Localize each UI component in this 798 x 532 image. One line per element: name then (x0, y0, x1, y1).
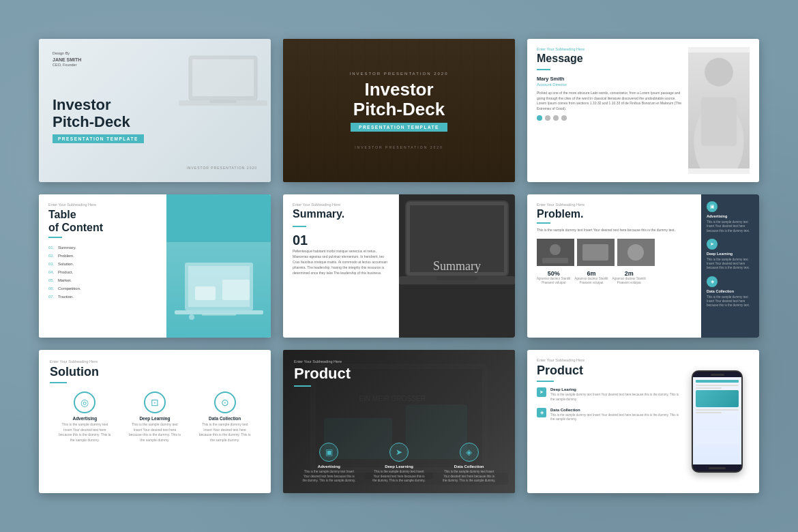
slide6-right-sidebar: ▣ Advertising This is the sample dummy t… (701, 194, 759, 338)
slide6-left: Enter Your Subheading Here Problem. This… (527, 194, 701, 338)
laptop-decoration (179, 49, 267, 110)
slide3-person-role: Account Director (537, 83, 683, 87)
desk-svg (175, 252, 263, 327)
screen-bar-1 (696, 380, 739, 383)
phone-screen (693, 377, 741, 464)
img-thumb-1-svg (537, 239, 574, 266)
svg-rect-20 (542, 258, 568, 263)
phone-screen-content (693, 377, 741, 464)
toc-item-6: 06. Competition. (48, 284, 157, 293)
prod-data-collection-title: Data Collection (442, 464, 497, 469)
social-icon-2 (545, 115, 550, 121)
svg-rect-1 (192, 59, 254, 96)
prod9-deep-learning-text: This is the sample dummy text Insert You… (550, 393, 679, 402)
slide6-stat-3: 2m Agramso dacteur StantlitPraesent volu… (612, 270, 646, 286)
slide5-number: 01 (293, 233, 389, 248)
slide3-photo (688, 47, 750, 174)
social-icon-1 (537, 115, 542, 121)
slide5-body: Pellentesque habitant morbi tristique se… (293, 248, 389, 276)
social-icon-3 (553, 115, 559, 121)
svg-point-19 (550, 244, 561, 255)
slide-8-product-dark: EIN MEIR GROSSER Enter Your Subheading H… (283, 350, 515, 493)
slide6-sublabel: Enter Your Subheading Here (537, 203, 692, 207)
slide-5-summary: Enter Your Subheading Here Summary. 01 P… (283, 194, 515, 338)
slide5-divider (293, 226, 306, 227)
slide6-img-3 (617, 239, 655, 266)
slide5-signature: Summary (433, 259, 481, 274)
svg-point-4 (705, 58, 733, 87)
sol-advertising-text: This is the sample dummy text Insert You… (57, 422, 112, 443)
slide8-sublabel: Enter Your Subheading Here (294, 359, 504, 364)
slide6-stat-1: 50% Agramso dacteur StantlitPraesent vol… (537, 270, 570, 286)
svg-rect-12 (195, 286, 216, 300)
svg-rect-3 (209, 100, 237, 103)
slide3-social-icons (537, 115, 683, 121)
slide6-stat-2: 6m Agramso dacteur StantlitPraesent volu… (574, 270, 608, 286)
stat-label-3: Agramso dacteur StantlitPraesent volutpa… (612, 277, 646, 286)
advertising-title: Advertising (707, 214, 754, 218)
slide9-sublabel: Enter Your Subheading Here (537, 358, 679, 362)
slide6-body: This is the sample dummy text Insert You… (537, 228, 692, 233)
deep-learning-title: Deep Learning (707, 252, 754, 256)
advertising-text: This is the sample dummy text Insert You… (707, 220, 754, 233)
prod9-data-collection-text: This is the sample dummy text Insert You… (550, 413, 679, 423)
screen-card-2 (696, 430, 739, 444)
sol-advertising-icon: ◎ (74, 391, 95, 413)
data-collection-text: This is the sample dummy text Insert You… (707, 295, 754, 308)
screen-image-block (696, 390, 739, 407)
advertising-icon: ▣ (707, 201, 718, 212)
svg-rect-22 (582, 244, 608, 261)
slide2-top-label: INVESTOR PRESENTATION 2020 (349, 72, 448, 76)
prod-advertising-icon: ▣ (319, 443, 338, 462)
phone-top-bar (693, 372, 741, 377)
product9-data-collection: ◈ Data Collection This is the sample dum… (537, 408, 679, 423)
slide4-right-panel (166, 194, 271, 338)
slide9-items: ➤ Deep Learing This is the sample dummy … (537, 387, 679, 422)
prod-advertising-title: Advertising (301, 464, 356, 469)
social-icon-4 (561, 115, 567, 121)
slide4-divider (48, 237, 62, 238)
sidebar-item-advertising: ▣ Advertising This is the sample dummy t… (707, 201, 754, 233)
slide4-sublabel: Enter Your Subheading Here (48, 203, 157, 207)
product-item-data-collection: ◈ Data Collection This is the sample dum… (442, 443, 497, 484)
slide5-left: Enter Your Subheading Here Summary. 01 P… (283, 194, 399, 338)
slide4-image (166, 242, 271, 338)
product9-deep-learning: ➤ Deep Learing This is the sample dummy … (537, 387, 679, 402)
slide8-content: Enter Your Subheading Here Product ▣ Adv… (283, 350, 515, 493)
slide8-items: ▣ Advertising This is the sample dummy t… (294, 443, 504, 484)
slide3-person-name: Mary Smith (537, 76, 683, 82)
sol-data-collection-icon: ⊙ (214, 391, 236, 413)
slide5-title: Summary. (293, 208, 389, 220)
prod9-deep-learning-title: Deep Learing (550, 387, 679, 391)
prod-deep-learning-text: This is the sample dummy text Insert You… (372, 470, 426, 484)
slide5-right: Summary (399, 194, 515, 338)
slide3-divider (537, 69, 550, 70)
slide1-bottom: INVESTOR PRESENTATION 2020 (53, 166, 257, 170)
slide2-bottom: INVESTOR PRESENTATION 2020 (355, 145, 443, 149)
slide7-sublabel: Enter Your Subheading Here (50, 359, 260, 364)
solution-item-data-collection: ⊙ Data Collection This is the sample dum… (198, 391, 252, 443)
toc-item-2: 02. Problem. (48, 252, 157, 260)
img-thumb-2-svg (577, 239, 615, 266)
data-collection-icon: ◈ (707, 276, 718, 287)
slide9-title: Product (537, 364, 679, 378)
sol-deep-learning-text: This is the sample dummy text Insert You… (128, 422, 182, 443)
prod-deep-learning-icon: ➤ (389, 443, 409, 462)
deep-learning-text: This is the sample dummy text Insert You… (707, 258, 754, 271)
toc-item-1: 01. Summary. (48, 243, 157, 252)
prod9-data-collection-content: Data Collection This is the sample dummy… (550, 408, 679, 423)
stat-label-2: Agramso dacteur StantlitPraesent volutpa… (574, 277, 608, 286)
slide1-subtitle: PRESENTATION TEMPLATE (53, 134, 144, 143)
screen-card-1 (696, 415, 739, 428)
stat-num-2: 6m (574, 270, 608, 277)
slide4-title: Table of Content (48, 208, 157, 234)
phone-home-bar (709, 467, 726, 469)
slide3-left: Enter Your Subheading Here Message Mary … (537, 47, 683, 174)
slide7-title: Solution (50, 365, 260, 379)
slide7-items: ◎ Advertising This is the sample dummy t… (50, 391, 260, 443)
slide-2-title-dark: INVESTOR PRESENTATION 2020 Investor Pitc… (283, 39, 515, 182)
sol-data-collection-text: This is the sample dummy text Insert You… (198, 422, 252, 443)
stat-num-1: 50% (537, 270, 570, 277)
slide6-img-2 (577, 239, 615, 266)
slide-7-solution: Enter Your Subheading Here Solution ◎ Ad… (39, 350, 271, 493)
